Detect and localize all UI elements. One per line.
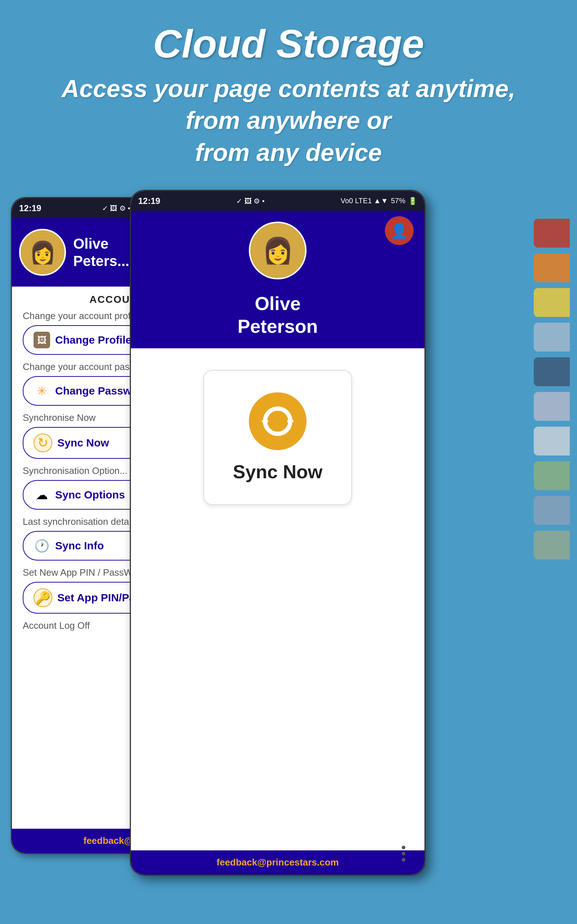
swatch-orange <box>534 254 570 282</box>
dot1 <box>402 846 405 849</box>
avatar-back: 👩 <box>19 229 66 276</box>
status-bar-front: 12:19 ✓ 🖼 ⚙ • Vo0 LTE1 ▲▼ 57% 🔋 <box>131 191 424 211</box>
color-swatches <box>534 219 577 559</box>
footer-front: feedback@princestars.com <box>131 850 424 874</box>
sync-now-icon: ↻ <box>34 433 52 452</box>
sync-options-icon: ☁ <box>34 486 50 503</box>
status-icons-back: ✓ 🖼 ⚙ • <box>102 204 131 213</box>
swatch-blue-light <box>534 323 570 352</box>
dot2 <box>402 852 405 855</box>
swatch-gray <box>534 392 570 421</box>
phone-front: 12:19 ✓ 🖼 ⚙ • Vo0 LTE1 ▲▼ 57% 🔋 👤 👩 Oliv… <box>130 190 425 876</box>
page-title: Cloud Storage <box>29 22 548 65</box>
sync-now-btn-text: Sync Now <box>57 437 109 449</box>
swatch-green <box>534 461 570 490</box>
swatch-red <box>534 219 570 247</box>
avatar-front: 👩 <box>249 221 306 279</box>
app-header-front: 👤 👩 OlivePeterson <box>131 211 424 348</box>
username-back: OlivePeters... <box>73 235 129 270</box>
sync-card: Sync Now <box>203 370 352 505</box>
sync-icon-large <box>249 393 306 450</box>
swatch-blue-dark <box>534 357 570 386</box>
status-time-back: 12:19 <box>19 203 41 213</box>
page-subtitle: Access your page contents at anytime, fr… <box>29 73 548 168</box>
profile-circle-icon: 👤 <box>385 216 414 245</box>
phones-container: 12:19 ✓ 🖼 ⚙ • Vo0 LTE1 ▲▼ 57% 🔋 👩 OliveP… <box>0 190 577 897</box>
signal-front: Vo0 LTE1 ▲▼ 57% 🔋 <box>340 197 417 205</box>
pin-icon: 🔑 <box>34 588 52 607</box>
status-time-front: 12:19 <box>138 196 160 206</box>
three-dot-menu[interactable] <box>393 843 414 864</box>
sync-info-icon: 🕐 <box>34 538 50 554</box>
swatch-light-gray <box>534 426 570 456</box>
sync-area: Sync Now <box>131 348 424 527</box>
swatch-sage <box>534 531 570 559</box>
page-header: Cloud Storage Access your page contents … <box>0 0 577 183</box>
swatch-yellow <box>534 288 570 317</box>
footer-email-front: feedback@princestars.com <box>217 857 339 868</box>
status-icons-front: ✓ 🖼 ⚙ • <box>236 197 265 205</box>
sync-options-btn-text: Sync Options <box>55 489 125 501</box>
password-icon: ✳ <box>34 383 50 399</box>
profile-image-icon: 🖼 <box>34 332 50 348</box>
sync-info-btn-text: Sync Info <box>55 540 104 552</box>
swatch-steel <box>534 496 570 525</box>
username-front: OlivePeterson <box>238 292 318 338</box>
dot3 <box>402 858 405 861</box>
sync-label-large: Sync Now <box>233 461 323 483</box>
